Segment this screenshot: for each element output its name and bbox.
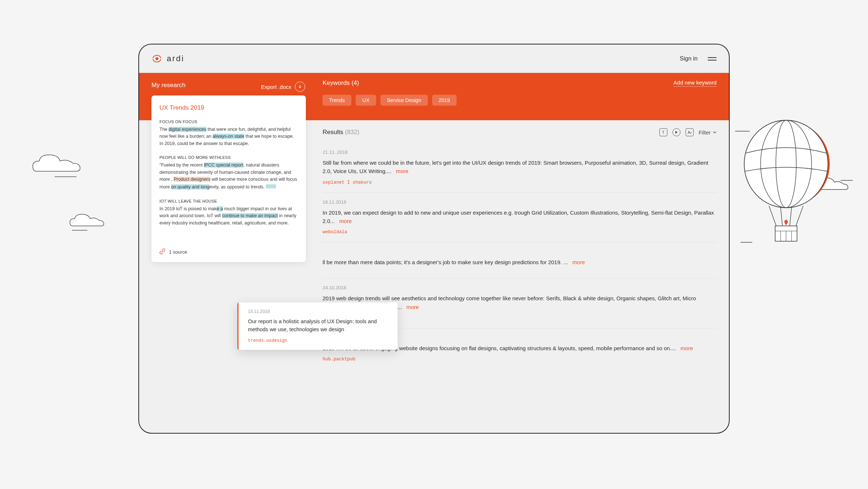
logo[interactable]: ardi: [151, 53, 185, 64]
export-button[interactable]: Export .docx: [261, 82, 305, 92]
more-link[interactable]: more: [406, 304, 419, 310]
result-item[interactable]: 16.11.2018 In 2019, we can expect design…: [323, 192, 717, 242]
cloud-icon: [62, 208, 117, 237]
svg-line-9: [796, 206, 803, 226]
svg-line-8: [769, 206, 776, 226]
note-section: PEOPLE WILL DO MORE WITHLESS "Fueled by …: [159, 154, 298, 191]
result-text: Our report is a holistic analysis of UX …: [248, 318, 390, 334]
section-title: My research: [151, 82, 186, 89]
svg-point-17: [155, 57, 158, 60]
results-column: Results (832) T Filter: [314, 120, 729, 433]
result-source: hub.packtpub: [323, 357, 717, 362]
result-date: 15.11.2018: [248, 309, 390, 314]
results-title: Results (832): [323, 129, 359, 136]
cloud-icon: [22, 146, 95, 182]
menu-icon[interactable]: [708, 55, 717, 62]
svg-line-11: [790, 208, 792, 226]
note-section: FOCUS ON FOCUS The digital experiences t…: [159, 119, 298, 147]
download-icon: [295, 82, 305, 92]
chip-ux[interactable]: UX: [356, 95, 376, 106]
result-source: weboldala: [323, 230, 717, 235]
note-title: UX Trends 2019: [159, 104, 298, 112]
more-link[interactable]: more: [572, 259, 585, 265]
chip-2019[interactable]: 2019: [432, 95, 457, 106]
filter-button[interactable]: Filter: [699, 129, 717, 136]
svg-point-18: [688, 131, 689, 132]
more-link[interactable]: more: [339, 218, 352, 224]
note-section: IOT WILL LEAVE THE HOUSE In 2019 IoT is …: [159, 198, 298, 227]
chip-trends[interactable]: Trends: [323, 95, 351, 106]
text-view-icon[interactable]: T: [659, 128, 667, 136]
add-keyword-link[interactable]: Add new keyword: [674, 79, 717, 87]
topbar: ardi Sign in: [139, 44, 729, 73]
source-count[interactable]: 1 source: [169, 249, 187, 255]
play-icon[interactable]: [672, 128, 680, 136]
logo-icon: [151, 53, 162, 64]
note-footer: 1 source: [159, 243, 298, 255]
result-item[interactable]: 21.11..2018 Still far from where we coul…: [323, 143, 717, 192]
note-card[interactable]: UX Trends 2019 FOCUS ON FOCUS The digita…: [151, 95, 306, 262]
more-link[interactable]: more: [680, 345, 693, 351]
logo-text: ardi: [167, 54, 185, 63]
floating-result-card[interactable]: 15.11.2018 Our report is a holistic anal…: [237, 302, 398, 350]
svg-point-5: [744, 120, 828, 208]
highlight-mark: [266, 184, 276, 188]
signin-link[interactable]: Sign in: [680, 55, 698, 62]
balloon-illustration: [730, 117, 853, 293]
result-source: trends.uxdesign: [248, 338, 390, 343]
result-source: uxplanet I shakuro: [323, 180, 717, 185]
more-link[interactable]: more: [396, 168, 408, 174]
image-view-icon[interactable]: [686, 128, 694, 136]
device-frame: ardi Sign in My research Export .docx Ke…: [138, 44, 730, 434]
result-item[interactable]: 15.11.2018 ll be more than mere data poi…: [323, 242, 717, 278]
link-icon: [159, 249, 165, 255]
keywords-label: Keywords (4): [323, 79, 359, 87]
chevron-down-icon: [713, 131, 717, 133]
chip-service-design[interactable]: Service Design: [380, 95, 428, 106]
keyword-chips: Trends UX Service Design 2019: [323, 95, 717, 106]
note-column: UX Trends 2019 FOCUS ON FOCUS The digita…: [139, 120, 314, 433]
svg-line-10: [781, 208, 782, 226]
